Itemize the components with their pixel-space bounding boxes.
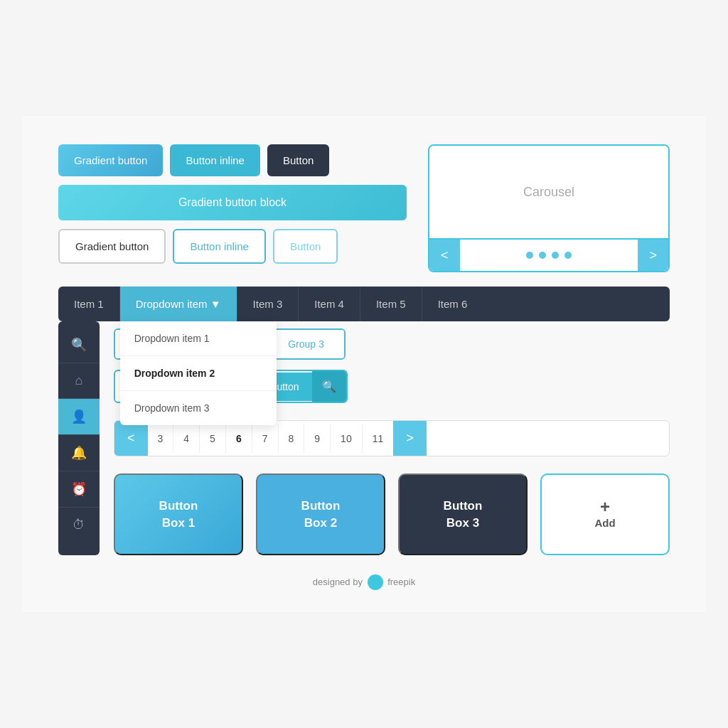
btn-box-add[interactable]: + Add xyxy=(540,473,670,555)
dark-button[interactable]: Button xyxy=(267,144,329,176)
main-container: Gradient button Button inline Button Gra… xyxy=(23,116,705,612)
btn-box-2-line2: Box 2 xyxy=(304,515,337,532)
btn-row-1: Gradient button Button inline Button xyxy=(58,144,407,176)
gradient-button[interactable]: Gradient button xyxy=(58,144,163,176)
carousel-wrapper: Carousel < > xyxy=(428,144,670,272)
sidebar-item-bell[interactable]: 🔔 xyxy=(58,435,100,471)
dropdown-container: Dropdown item ▼ Dropdown item 1 Dropdown… xyxy=(120,287,237,321)
pagination-prev[interactable]: < xyxy=(114,421,148,456)
footer: designed by freepik xyxy=(58,575,670,591)
timer-icon: ⏱ xyxy=(73,518,85,532)
dropdown-item-1[interactable]: Dropdown item 1 xyxy=(120,321,277,356)
dot-4 xyxy=(564,252,572,259)
outline-inline-button[interactable]: Button inline xyxy=(173,229,266,264)
sidebar-item-user[interactable]: 👤 xyxy=(58,399,100,435)
search-icon-btn-2: 🔍 xyxy=(312,371,346,402)
btn-box-1-line1: Button xyxy=(159,498,198,515)
page-7[interactable]: 7 xyxy=(252,424,279,453)
buttons-left: Gradient button Button inline Button Gra… xyxy=(58,144,407,264)
section-nav-area: Item 1 Dropdown item ▼ Dropdown item 1 D… xyxy=(58,287,670,555)
btn-box-3[interactable]: Button Box 3 xyxy=(398,473,528,555)
btn-box-1[interactable]: Button Box 1 xyxy=(114,473,243,555)
btn-row-outline: Gradient button Button inline Button xyxy=(58,229,407,264)
btn-row-block: Gradient button block xyxy=(58,185,407,220)
dropdown-menu: Dropdown item 1 Dropdown item 2 Dropdown… xyxy=(120,321,277,425)
sidebar: 🔍 ⌂ 👤 🔔 ⏰ ⏱ xyxy=(58,321,100,555)
btn-box-3-line1: Button xyxy=(444,498,483,515)
carousel-controls: < > xyxy=(429,238,668,271)
user-icon: 👤 xyxy=(71,409,87,424)
sidebar-item-clock[interactable]: ⏰ xyxy=(58,471,100,508)
footer-brand: freepik xyxy=(387,577,415,587)
inline-button[interactable]: Button inline xyxy=(170,144,260,176)
add-label: Add xyxy=(594,515,615,530)
page-10[interactable]: 10 xyxy=(331,424,363,453)
btn-box-1-line2: Box 1 xyxy=(162,515,195,532)
home-icon: ⌂ xyxy=(75,373,83,388)
outline-button[interactable]: Button xyxy=(273,229,338,264)
btn-boxes: Button Box 1 Button Box 2 Button Box 3 +… xyxy=(114,473,670,555)
add-plus-icon: + xyxy=(600,498,610,515)
pagination-next[interactable]: > xyxy=(393,421,427,456)
clock-icon: ⏰ xyxy=(71,481,87,497)
dot-3 xyxy=(552,252,559,259)
navbar: Item 1 Dropdown item ▼ Dropdown item 1 D… xyxy=(58,287,670,321)
carousel-body: Carousel xyxy=(429,146,668,238)
nav-item-5[interactable]: Item 5 xyxy=(360,287,422,321)
pagination: < 3 4 5 6 7 8 9 10 11 > xyxy=(114,420,670,456)
carousel-title: Carousel xyxy=(523,185,574,200)
nav-item-dropdown[interactable]: Dropdown item ▼ xyxy=(120,287,237,321)
nav-item-1[interactable]: Item 1 xyxy=(58,287,120,321)
page-3[interactable]: 3 xyxy=(148,424,174,453)
btn-box-2-line1: Button xyxy=(301,498,341,515)
dropdown-item-3[interactable]: Dropdown item 3 xyxy=(120,391,277,425)
page-11[interactable]: 11 xyxy=(363,424,394,453)
carousel: Carousel < > xyxy=(428,144,670,272)
carousel-next-button[interactable]: > xyxy=(638,240,668,271)
sidebar-item-timer[interactable]: ⏱ xyxy=(58,508,100,542)
bell-icon: 🔔 xyxy=(71,445,87,461)
dot-2 xyxy=(539,252,546,259)
carousel-dots xyxy=(460,252,638,259)
btn-box-2[interactable]: Button Box 2 xyxy=(256,473,385,555)
page-6[interactable]: 6 xyxy=(226,424,252,453)
page-9[interactable]: 9 xyxy=(304,424,331,453)
footer-text: designed by xyxy=(313,577,363,587)
btn-box-3-line2: Box 3 xyxy=(446,515,479,532)
page-8[interactable]: 8 xyxy=(279,424,305,453)
nav-item-4[interactable]: Item 4 xyxy=(299,287,360,321)
page-5[interactable]: 5 xyxy=(200,424,226,453)
search-icon: 🔍 xyxy=(71,337,87,353)
dot-1 xyxy=(526,252,533,259)
sidebar-item-home[interactable]: ⌂ xyxy=(58,363,100,399)
nav-item-3[interactable]: Item 3 xyxy=(237,287,299,321)
gradient-block-button[interactable]: Gradient button block xyxy=(58,185,407,220)
nav-item-6[interactable]: Item 6 xyxy=(422,287,483,321)
freepik-logo-icon xyxy=(368,574,383,590)
page-4[interactable]: 4 xyxy=(173,424,200,453)
dropdown-item-2[interactable]: Dropdown item 2 xyxy=(120,356,277,391)
outline-gradient-button[interactable]: Gradient button xyxy=(58,229,166,264)
sidebar-item-search[interactable]: 🔍 xyxy=(58,327,100,363)
group-btn-3[interactable]: Group 3 xyxy=(268,330,344,358)
carousel-prev-button[interactable]: < xyxy=(429,240,460,271)
section-buttons: Gradient button Button inline Button Gra… xyxy=(58,144,670,272)
